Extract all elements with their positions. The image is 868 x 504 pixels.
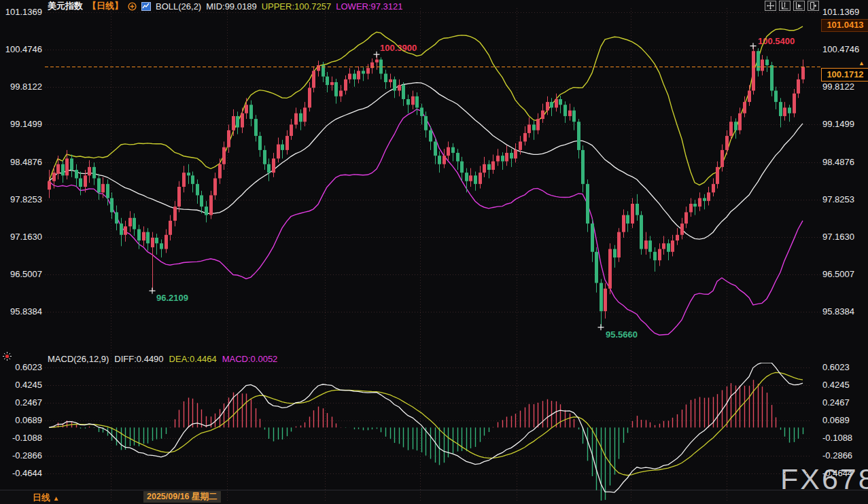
period-selector[interactable]: 日线 ▲ xyxy=(33,492,60,504)
period-label: 日线 xyxy=(33,492,50,503)
main-chart-canvas[interactable] xyxy=(0,0,868,504)
triangle-up-icon: ▲ xyxy=(53,494,60,502)
crosshair-date-badge: 2025/09/16 星期二 xyxy=(143,491,221,503)
